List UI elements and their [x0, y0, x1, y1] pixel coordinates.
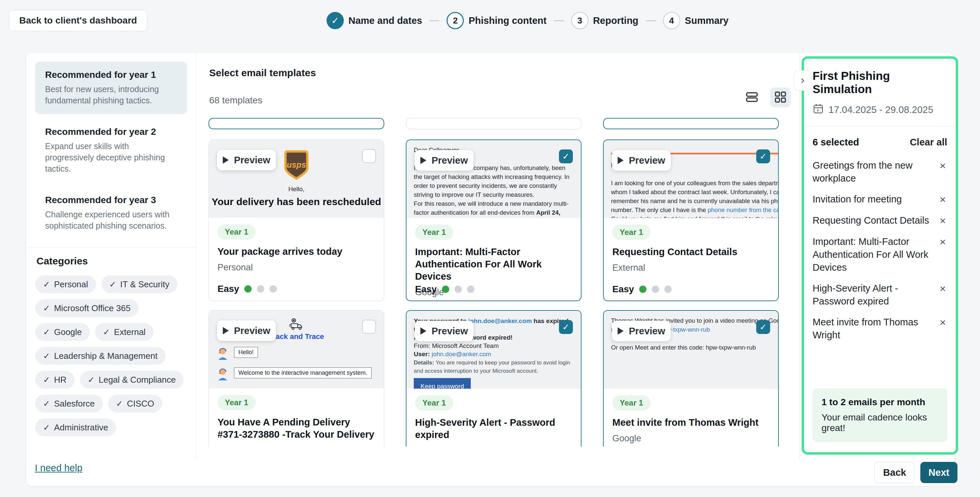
category-chip-legal-compliance[interactable]: ✓Legal & Compliance	[80, 371, 184, 389]
preview-text: Details:	[414, 359, 434, 366]
template-checkbox[interactable]: ✓	[559, 320, 573, 334]
recommendation-title: Recommended for year 3	[45, 195, 177, 205]
keep-password-button[interactable]: Keep password	[414, 378, 471, 389]
template-checkbox[interactable]: ✓	[756, 149, 770, 164]
template-category: External	[612, 263, 770, 273]
recommendation-year-3[interactable]: Recommended for year 3Challenge experien…	[35, 187, 187, 239]
simulation-title: First Phishing Simulation	[813, 69, 947, 96]
template-card[interactable]: Your password to john.doe@anker.com has …	[406, 310, 582, 447]
email-preview-thumbnail: uspsHello,Your delivery has been resched…	[209, 140, 384, 218]
template-title: You Have A Pending Delivery #371-3273880…	[218, 416, 375, 441]
template-category: Google	[612, 433, 770, 444]
selected-template-item: Important: Multi-Factor Authentication F…	[813, 235, 947, 274]
back-to-dashboard-button[interactable]: Back to client's dashboard	[9, 10, 147, 31]
category-chip-salesforce[interactable]: ✓Salesforce	[35, 395, 103, 413]
step-check-icon: ✓	[326, 12, 344, 29]
step-name-and-dates[interactable]: ✓Name and dates	[326, 12, 422, 29]
category-chip-microsoft-office-365[interactable]: ✓Microsoft Office 365	[35, 299, 138, 317]
selected-template-name: Important: Multi-Factor Authentication F…	[813, 235, 938, 274]
grid-view-icon	[774, 91, 787, 104]
step-reporting[interactable]: 3Reporting	[571, 12, 638, 29]
category-chip-google[interactable]: ✓Google	[35, 323, 90, 341]
step-phishing-content[interactable]: 2Phishing content	[447, 12, 546, 29]
play-icon	[223, 327, 229, 334]
difficulty-label: Easy	[218, 284, 239, 294]
category-chip-it-security[interactable]: ✓IT & Security	[102, 275, 177, 293]
category-chip-administrative[interactable]: ✓Administrative	[35, 418, 116, 437]
remove-template-button[interactable]: ×	[938, 316, 947, 329]
check-icon: ✓	[43, 375, 50, 385]
help-link[interactable]: I need help	[35, 462, 83, 473]
chip-label: CISCO	[127, 399, 154, 409]
step-connector	[554, 20, 564, 21]
support-agent-avatar	[216, 367, 229, 382]
template-card[interactable]: Dear Sir or Madam, I am looking for one …	[603, 140, 779, 301]
preview-button[interactable]: Preview	[612, 150, 671, 171]
clear-all-button[interactable]: Clear all	[910, 137, 947, 148]
chip-label: Legal & Compliance	[99, 375, 176, 385]
grid-view-button[interactable]	[770, 87, 791, 107]
chip-label: Salesforce	[54, 399, 95, 409]
remove-template-button[interactable]: ×	[938, 214, 947, 227]
check-icon: ✓	[43, 399, 50, 408]
remove-template-button[interactable]: ×	[938, 282, 947, 295]
cadence-info-box: 1 to 2 emails per month Your email caden…	[813, 389, 947, 441]
preview-button[interactable]: Preview	[415, 321, 473, 341]
preview-button[interactable]: Preview	[415, 150, 473, 171]
remove-template-button[interactable]: ×	[938, 235, 947, 249]
categories-title: Categories	[37, 256, 187, 267]
preview-button[interactable]: Preview	[217, 321, 276, 341]
cadence-title: 1 to 2 emails per month	[821, 397, 938, 408]
collapse-panel-button[interactable]: ›	[794, 70, 811, 91]
category-chip-hr[interactable]: ✓HR	[35, 371, 75, 389]
list-view-button[interactable]	[741, 87, 762, 107]
recommendation-year-1[interactable]: Recommended for year 1Best for new users…	[35, 62, 187, 114]
chat-message-row: Hello!	[209, 347, 384, 362]
template-title: Requesting Contact Details	[612, 246, 770, 258]
email-preview-thumbnail: Dear Sir or Madam, I am looking for one …	[604, 140, 778, 218]
chat-message-row: Welcome to the interactive management sy…	[209, 367, 384, 382]
sidebar: Recommended for year 1Best for new users…	[26, 53, 196, 461]
check-icon: ✓	[43, 303, 50, 313]
check-icon: ✓	[103, 327, 110, 337]
selected-count: 6 selected	[813, 137, 859, 148]
preview-button-label: Preview	[629, 326, 665, 337]
template-card[interactable]: Track and TraceHello!Welcome to the inte…	[208, 310, 384, 447]
preview-button[interactable]: Preview	[612, 321, 671, 341]
recommendation-description: Challenge experienced users with sophist…	[45, 209, 177, 231]
category-chip-external[interactable]: ✓External	[95, 323, 153, 341]
play-icon	[223, 156, 229, 164]
template-checkbox[interactable]	[362, 320, 376, 333]
template-card[interactable]: Thomas Wright has invited you to join a …	[603, 310, 779, 447]
recommendation-year-2[interactable]: Recommended for year 2Expand user skills…	[35, 119, 187, 182]
list-view-icon	[746, 91, 758, 104]
template-checkbox[interactable]: ✓	[756, 320, 770, 334]
remove-template-button[interactable]: ×	[938, 193, 947, 206]
next-button[interactable]: Next	[920, 462, 958, 483]
email-headline: Your delivery has been rescheduled	[209, 196, 384, 207]
preview-text: From: Microsoft Account Team	[414, 342, 499, 349]
preview-button-label: Preview	[432, 155, 468, 166]
year-badge: Year 1	[218, 395, 256, 410]
chip-label: Administrative	[54, 422, 108, 433]
category-chip-leadership-management[interactable]: ✓Leadership & Management	[35, 347, 165, 365]
category-chip-cisco[interactable]: ✓CISCO	[108, 395, 162, 413]
category-chip-personal[interactable]: ✓Personal	[35, 275, 96, 293]
step-summary[interactable]: 4Summary	[663, 12, 729, 29]
template-checkbox[interactable]	[362, 149, 376, 163]
template-checkbox[interactable]: ✓	[559, 149, 573, 164]
template-card[interactable]: uspsHello,Your delivery has been resched…	[208, 140, 384, 301]
template-card[interactable]: Dear Colleagues, In recent months, our c…	[406, 140, 582, 301]
template-details: Year 1Requesting Contact DetailsExternal	[604, 218, 778, 279]
selected-template-name: Invitation for meeting	[813, 193, 938, 206]
truck-icon	[289, 326, 304, 331]
preview-text-line: User: john.doe@anker.com	[414, 350, 574, 358]
email-preview-thumbnail: Track and TraceHello!Welcome to the inte…	[209, 310, 384, 388]
preview-button[interactable]: Preview	[217, 150, 276, 170]
remove-template-button[interactable]: ×	[938, 159, 947, 172]
back-button[interactable]: Back	[874, 462, 915, 483]
preview-text-line: Or open Meet and enter this code: hpw-tx…	[611, 343, 778, 352]
preview-text: You are required to keep your password t…	[414, 359, 570, 374]
recommendation-description: Expand user skills with progressively de…	[45, 140, 177, 174]
template-title: Meet invite from Thomas Wright	[612, 416, 770, 429]
